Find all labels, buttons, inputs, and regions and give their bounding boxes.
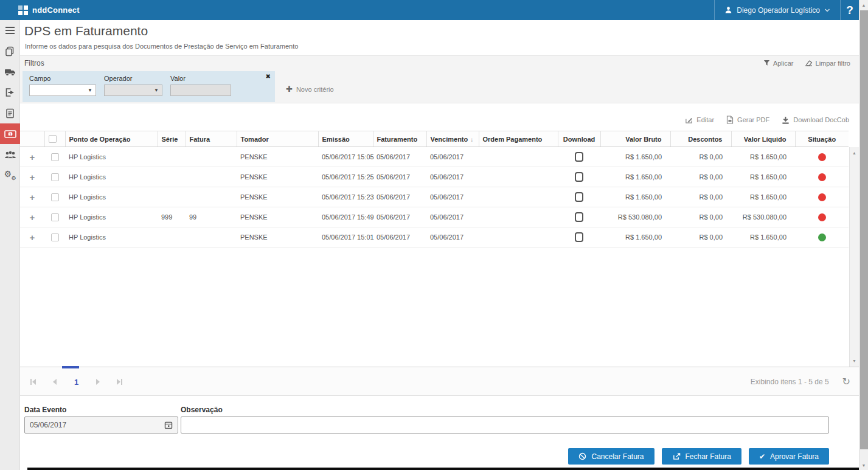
page-scrollbar[interactable]: ▲ ▼	[859, 0, 868, 470]
bottom-edge-bar	[27, 468, 859, 470]
header-situacao[interactable]: Situação	[795, 131, 849, 147]
header-download[interactable]: Download	[558, 131, 600, 147]
sidebar-item-documents[interactable]	[0, 41, 20, 61]
header-faturamento[interactable]: Faturamento	[373, 131, 426, 147]
cell-descontos: R$ 0,00	[670, 187, 731, 207]
clear-filter-button[interactable]: Limpar filtro	[805, 60, 850, 67]
table-row: +HP LogisticsPENSKE05/06/2017 15:0105/06…	[20, 227, 849, 247]
header-vencimento[interactable]: Vencimento↓	[426, 131, 479, 147]
observacao-label: Observação	[181, 406, 223, 414]
cell-situacao	[795, 167, 849, 187]
truck-icon	[4, 67, 16, 77]
header-emissao[interactable]: Emissão	[318, 131, 373, 147]
campo-select[interactable]: ▼	[29, 85, 96, 96]
row-expand-cell: +	[20, 227, 44, 247]
row-checkbox[interactable]	[51, 153, 59, 161]
header-ordem-pagamento[interactable]: Ordem Pagamento	[479, 131, 558, 147]
main-content: DPS em Faturamento Informe os dados para…	[20, 20, 859, 470]
cell-emissao: 05/06/2017 15:23	[318, 187, 373, 207]
refresh-icon[interactable]: ↻	[842, 377, 850, 387]
table-row: +HP LogisticsPENSKE05/06/2017 15:0505/06…	[20, 147, 849, 167]
gears-icon: ⚙⚙	[4, 169, 16, 181]
cell-situacao	[795, 187, 849, 207]
cell-ponto-operacao: HP Logistics	[65, 227, 158, 247]
header-valor-bruto[interactable]: Valor Bruto	[600, 131, 670, 147]
download-checkbox[interactable]	[575, 232, 583, 242]
approve-invoice-button[interactable]: ✔ Aprovar Fatura	[749, 448, 829, 465]
cancel-invoice-button[interactable]: Cancelar Fatura	[568, 448, 654, 465]
row-checkbox[interactable]	[51, 233, 59, 241]
grid-toolbar: Editar Gerar PDF Download DocCob	[685, 111, 849, 128]
last-page-button[interactable]	[115, 377, 124, 387]
download-checkbox[interactable]	[575, 212, 583, 222]
sidebar-item-export[interactable]	[0, 82, 20, 103]
cell-vencimento: 05/06/2017	[426, 227, 479, 247]
header-fatura[interactable]: Fatura	[186, 131, 237, 147]
page-scroll-up-icon[interactable]: ▲	[859, 0, 868, 10]
expand-row-button[interactable]: +	[24, 232, 41, 243]
sidebar-item-users[interactable]	[0, 144, 20, 165]
select-all-checkbox[interactable]	[49, 135, 57, 143]
header-valor-liquido[interactable]: Valor Líquido	[731, 131, 795, 147]
remove-criteria-icon[interactable]: ✖	[266, 74, 271, 80]
scroll-down-icon[interactable]: ▼	[850, 359, 859, 363]
page-number[interactable]: 1	[72, 378, 81, 387]
cell-valor-bruto: R$ 530.080,00	[600, 207, 670, 227]
expand-row-button[interactable]: +	[24, 212, 41, 223]
grid-table: Ponto de Operação Série Fatura Tomador E…	[20, 131, 849, 247]
download-doccob-button[interactable]: Download DocCob	[782, 116, 849, 124]
download-checkbox[interactable]	[575, 192, 583, 202]
row-checkbox[interactable]	[51, 193, 59, 201]
sidebar-item-menu[interactable]	[0, 20, 20, 41]
valor-input[interactable]	[170, 85, 231, 96]
header-ponto-operacao[interactable]: Ponto de Operação	[65, 131, 158, 147]
cell-valor-liquido: R$ 1.650,00	[731, 167, 795, 187]
sidebar-item-transport[interactable]	[0, 61, 20, 82]
sidebar-item-document[interactable]	[0, 103, 20, 123]
brand: nddConnect	[18, 5, 80, 15]
row-select-cell	[44, 207, 65, 227]
row-checkbox[interactable]	[51, 213, 59, 221]
expand-row-button[interactable]: +	[24, 192, 41, 202]
cell-tomador: PENSKE	[237, 227, 318, 247]
download-checkbox[interactable]	[575, 172, 583, 182]
page-scroll-down-icon[interactable]: ▼	[859, 460, 868, 470]
header-serie[interactable]: Série	[158, 131, 186, 147]
header-expand	[20, 131, 44, 147]
scroll-up-icon[interactable]: ▲	[850, 151, 859, 155]
expand-row-button[interactable]: +	[24, 152, 41, 162]
cell-tomador: PENSKE	[237, 167, 318, 187]
data-evento-input[interactable]: 05/06/2017	[24, 416, 178, 434]
sidebar-item-settings[interactable]: ⚙⚙	[0, 165, 20, 185]
cell-fatura	[186, 187, 237, 207]
observacao-input[interactable]	[181, 416, 829, 434]
help-button[interactable]: ?	[841, 0, 859, 20]
cell-valor-liquido: R$ 1.650,00	[731, 187, 795, 207]
plus-icon: ✚	[286, 85, 293, 94]
header-descontos[interactable]: Descontos	[670, 131, 731, 147]
expand-row-button[interactable]: +	[24, 172, 41, 182]
copy-documents-icon	[5, 46, 15, 57]
operador-select[interactable]: ▼	[104, 85, 162, 96]
edit-button[interactable]: Editar	[685, 116, 714, 124]
row-checkbox[interactable]	[51, 173, 59, 181]
next-page-button[interactable]	[94, 377, 102, 387]
generate-pdf-button[interactable]: Gerar PDF	[726, 116, 769, 124]
grid-header-row: Ponto de Operação Série Fatura Tomador E…	[20, 131, 849, 147]
user-menu[interactable]: Diego Operador Logístico	[714, 0, 841, 20]
close-invoice-button[interactable]: Fechar Fatura	[662, 448, 741, 465]
page-scrollbar-thumb[interactable]	[860, 10, 868, 449]
sidebar-item-billing[interactable]: 1	[0, 123, 20, 144]
header-tomador[interactable]: Tomador	[237, 131, 318, 147]
money-icon: 1	[4, 130, 16, 138]
cell-situacao	[795, 147, 849, 167]
calendar-icon[interactable]	[164, 421, 173, 429]
grid-scrollbar[interactable]: ▲ ▼	[849, 147, 859, 367]
cell-fatura	[186, 227, 237, 247]
previous-page-button[interactable]	[51, 377, 58, 387]
download-checkbox[interactable]	[575, 152, 583, 162]
apply-filter-button[interactable]: Aplicar	[763, 60, 794, 67]
new-criteria-button[interactable]: ✚ Novo critério	[286, 85, 334, 94]
first-page-button[interactable]	[29, 377, 38, 387]
cell-fatura	[186, 147, 237, 167]
